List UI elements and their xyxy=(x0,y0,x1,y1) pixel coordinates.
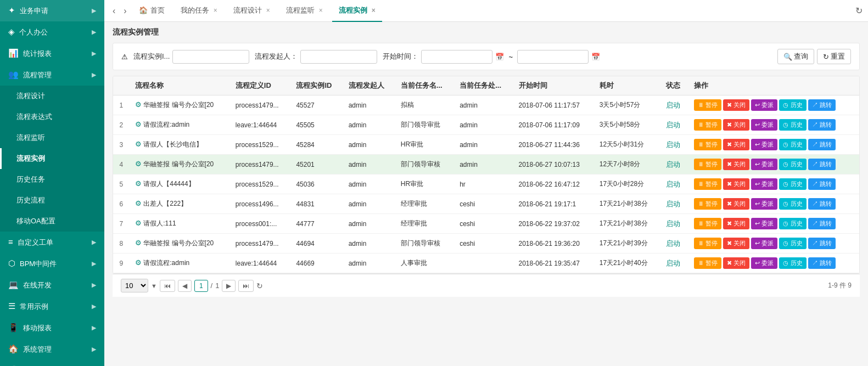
calendar-start-icon[interactable]: 📅 xyxy=(495,53,504,61)
assign-button[interactable]: ↩ 委派 xyxy=(751,99,777,111)
history-button[interactable]: ◷ 历史 xyxy=(779,99,806,111)
pause-button[interactable]: ⏸ 暂停 xyxy=(694,159,721,170)
close-button[interactable]: ✖ 关闭 xyxy=(723,218,749,229)
pause-button[interactable]: ⏸ 暂停 xyxy=(694,218,721,229)
assign-button[interactable]: ↩ 委派 xyxy=(751,178,777,190)
page-size-select[interactable]: 10 20 50 100 xyxy=(121,279,148,292)
close-button[interactable]: ✖ 关闭 xyxy=(723,159,749,170)
sidebar-item-sys-monitor[interactable]: 🔊系统监控 ▶ xyxy=(0,360,104,366)
assign-button[interactable]: ↩ 委派 xyxy=(751,139,777,150)
gear-icon[interactable]: ⚙ xyxy=(135,100,142,109)
last-page-button[interactable]: ⏭ xyxy=(238,280,254,292)
sidebar-item-custom-tools[interactable]: ≡自定义工单 ▶ xyxy=(0,232,104,253)
history-button[interactable]: ◷ 历史 xyxy=(779,178,806,190)
pause-button[interactable]: ⏸ 暂停 xyxy=(694,198,721,210)
cell-num: 6 xyxy=(113,194,130,214)
pause-button[interactable]: ⏸ 暂停 xyxy=(694,257,721,269)
history-button[interactable]: ◷ 历史 xyxy=(779,198,806,210)
assign-button[interactable]: ↩ 委派 xyxy=(751,159,777,170)
sidebar-item-flow-manage[interactable]: 👥流程管理 ▶ xyxy=(0,64,104,86)
next-page-button[interactable]: ▶ xyxy=(222,280,236,292)
forward-button[interactable]: › xyxy=(121,5,129,17)
sidebar-item-bpm[interactable]: ⬡BPM中间件 ▶ xyxy=(0,253,104,274)
back-button[interactable]: ‹ xyxy=(110,5,118,17)
close-button[interactable]: ✖ 关闭 xyxy=(723,238,749,249)
gear-icon[interactable]: ⚙ xyxy=(135,160,142,168)
tab-flow-instance[interactable]: 流程实例 × xyxy=(332,0,382,22)
gear-icon[interactable]: ⚙ xyxy=(135,140,142,148)
sidebar-item-personal[interactable]: ◈个人办公 ▶ xyxy=(0,21,104,43)
tab-flow-monitor[interactable]: 流程监听 × xyxy=(279,0,329,22)
sidebar-item-flow-expression[interactable]: 流程表达式 xyxy=(0,106,104,127)
history-button[interactable]: ◷ 历史 xyxy=(779,218,806,229)
start-date-input[interactable] xyxy=(421,50,492,64)
close-button[interactable]: ✖ 关闭 xyxy=(723,198,749,210)
gear-icon[interactable]: ⚙ xyxy=(135,120,142,128)
sidebar-item-online-dev[interactable]: 💻在线开发 ▶ xyxy=(0,274,104,296)
pause-button[interactable]: ⏸ 暂停 xyxy=(694,99,721,111)
close-tab-my-task[interactable]: × xyxy=(214,7,217,14)
tab-home[interactable]: 🏠 首页 xyxy=(132,0,171,22)
pause-button[interactable]: ⏸ 暂停 xyxy=(694,119,721,131)
sidebar-item-mobile-report[interactable]: 📱移动报表 ▶ xyxy=(0,317,104,339)
jump-button[interactable]: ↗ 跳转 xyxy=(808,159,836,170)
tab-my-task[interactable]: 我的任务 × xyxy=(174,0,224,22)
close-tab-flow-design[interactable]: × xyxy=(266,7,270,14)
sidebar-item-history-task[interactable]: 历史任务 xyxy=(0,169,104,190)
close-tab-flow-instance[interactable]: × xyxy=(372,7,376,14)
sidebar-item-stats[interactable]: 📊统计报表 ▶ xyxy=(0,43,104,64)
assign-button[interactable]: ↩ 委派 xyxy=(751,257,777,269)
history-button[interactable]: ◷ 历史 xyxy=(779,139,806,150)
jump-button[interactable]: ↗ 跳转 xyxy=(808,99,836,111)
jump-button[interactable]: ↗ 跳转 xyxy=(808,119,836,131)
sidebar-item-examples[interactable]: ☰常用示例 ▶ xyxy=(0,296,104,317)
history-button[interactable]: ◷ 历史 xyxy=(779,119,806,131)
history-button[interactable]: ◷ 历史 xyxy=(779,257,806,269)
sidebar-item-flow-design[interactable]: 流程设计 xyxy=(0,86,104,106)
reset-button[interactable]: ↻ 重置 xyxy=(817,49,851,64)
assign-button[interactable]: ↩ 委派 xyxy=(751,119,777,131)
search-button[interactable]: 🔍 查询 xyxy=(777,49,814,64)
tab-flow-design[interactable]: 流程设计 × xyxy=(227,0,277,22)
sidebar-item-sys-manage[interactable]: 🏠系统管理 ▶ xyxy=(0,339,104,360)
history-button[interactable]: ◷ 历史 xyxy=(779,238,806,249)
gear-icon[interactable]: ⚙ xyxy=(135,179,142,188)
assign-button[interactable]: ↩ 委派 xyxy=(751,198,777,210)
gear-icon[interactable]: ⚙ xyxy=(135,199,142,207)
assign-button[interactable]: ↩ 委派 xyxy=(751,238,777,249)
sidebar-item-history-flow[interactable]: 历史流程 xyxy=(0,190,104,211)
close-button[interactable]: ✖ 关闭 xyxy=(723,257,749,269)
gear-icon[interactable]: ⚙ xyxy=(135,239,142,247)
jump-button[interactable]: ↗ 跳转 xyxy=(808,198,836,210)
instance-search-input[interactable] xyxy=(172,50,249,64)
sidebar-item-business[interactable]: ✦业务申请 ▶ xyxy=(0,0,104,21)
pagination-refresh-button[interactable]: ↻ xyxy=(256,281,263,290)
pause-button[interactable]: ⏸ 暂停 xyxy=(694,178,721,190)
jump-button[interactable]: ↗ 跳转 xyxy=(808,218,836,229)
sidebar-item-flow-monitor[interactable]: 流程监听 xyxy=(0,127,104,148)
first-page-button[interactable]: ⏮ xyxy=(160,280,175,292)
prev-page-button[interactable]: ◀ xyxy=(178,280,192,292)
close-button[interactable]: ✖ 关闭 xyxy=(723,99,749,111)
end-date-input[interactable] xyxy=(517,50,589,64)
close-button[interactable]: ✖ 关闭 xyxy=(723,119,749,131)
jump-button[interactable]: ↗ 跳转 xyxy=(808,139,836,150)
history-button[interactable]: ◷ 历史 xyxy=(779,159,806,170)
date-range-sep: ~ xyxy=(508,53,513,61)
calendar-end-icon[interactable]: 📅 xyxy=(591,53,600,61)
pause-button[interactable]: ⏸ 暂停 xyxy=(694,139,721,150)
sidebar-item-flow-instance[interactable]: 流程实例 xyxy=(0,148,104,169)
initiator-search-input[interactable] xyxy=(300,50,377,64)
close-tab-flow-monitor[interactable]: × xyxy=(319,7,323,14)
jump-button[interactable]: ↗ 跳转 xyxy=(808,178,836,190)
jump-button[interactable]: ↗ 跳转 xyxy=(808,257,836,269)
close-button[interactable]: ✖ 关闭 xyxy=(723,139,749,150)
gear-icon[interactable]: ⚙ xyxy=(135,219,142,227)
sidebar-item-mobile-oa[interactable]: 移动OA配置 xyxy=(0,211,104,232)
topbar-refresh-button[interactable]: ↻ xyxy=(855,5,863,16)
close-button[interactable]: ✖ 关闭 xyxy=(723,178,749,190)
jump-button[interactable]: ↗ 跳转 xyxy=(808,238,836,249)
pause-button[interactable]: ⏸ 暂停 xyxy=(694,238,721,249)
assign-button[interactable]: ↩ 委派 xyxy=(751,218,777,229)
gear-icon[interactable]: ⚙ xyxy=(135,258,142,267)
